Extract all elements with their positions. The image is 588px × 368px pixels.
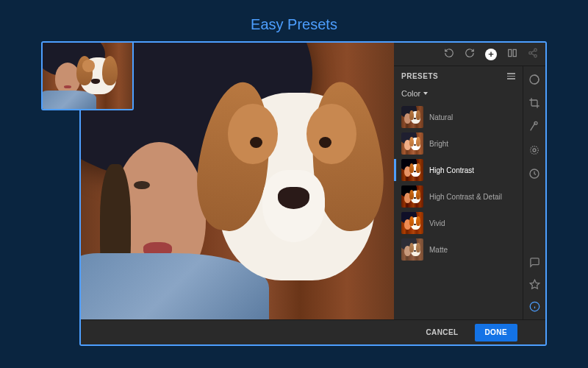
page-title: Easy Presets [0,16,588,33]
info-icon[interactable] [528,300,540,312]
panel-title: PRESETS [401,72,438,80]
preset-item[interactable]: Natural [398,104,521,130]
svg-line-5 [531,50,534,52]
svg-point-9 [533,149,536,152]
edit-tool-icon[interactable] [528,74,540,85]
svg-point-10 [531,146,539,155]
preset-thumbnail [401,132,423,155]
svg-point-2 [534,49,537,52]
svg-point-3 [529,52,532,54]
top-toolbar: + [394,43,545,66]
right-panel: + PRESETS Color NaturalBrightHigh Contra… [394,43,545,319]
share-icon[interactable] [528,48,538,61]
done-button[interactable]: DONE [475,324,518,342]
svg-line-6 [531,53,534,54]
preset-thumbnail [401,212,423,234]
add-icon[interactable]: + [485,49,497,60]
star-icon[interactable] [528,278,540,290]
compare-icon[interactable] [507,48,517,61]
comment-icon[interactable] [528,256,540,268]
preset-item[interactable]: High Contrast [398,157,521,183]
original-thumbnail[interactable] [41,41,134,110]
editor-window: + PRESETS Color NaturalBrightHigh Contra… [79,41,547,346]
undo-icon[interactable] [444,48,454,61]
svg-point-4 [534,54,537,57]
svg-marker-12 [530,280,539,289]
preset-label: Natural [429,113,453,121]
preset-list: NaturalBrightHigh ContrastHigh Contrast … [394,104,523,319]
healing-tool-icon[interactable] [528,121,540,132]
preset-label: Vivid [429,219,445,227]
preset-category-dropdown[interactable]: Color [394,86,523,104]
footer: CANCEL DONE [81,319,545,344]
preset-label: Matte [429,246,448,254]
svg-rect-1 [513,49,516,56]
category-label: Color [401,89,420,98]
preset-thumbnail [401,185,423,208]
preset-item[interactable]: Vivid [398,210,521,236]
panel-menu-icon[interactable] [507,73,515,79]
masking-tool-icon[interactable] [528,144,540,156]
preset-label: Bright [429,140,448,148]
history-tool-icon[interactable] [528,168,540,180]
svg-rect-0 [509,49,512,56]
side-tools [523,66,545,319]
chevron-down-icon [423,92,428,95]
preset-thumbnail [401,159,423,181]
cancel-button[interactable]: CANCEL [415,324,468,342]
preset-item[interactable]: Matte [398,236,521,263]
svg-point-8 [534,121,537,124]
preset-thumbnail [401,238,423,261]
crop-tool-icon[interactable] [528,97,540,109]
presets-panel: PRESETS Color NaturalBrightHigh Contrast… [394,66,523,319]
preset-label: High Contrast [429,166,474,174]
preset-item[interactable]: Bright [398,130,521,157]
preset-label: High Contrast & Detail [429,193,502,201]
preset-item[interactable]: High Contrast & Detail [398,183,521,210]
redo-icon[interactable] [465,48,475,61]
preset-thumbnail [401,106,423,128]
